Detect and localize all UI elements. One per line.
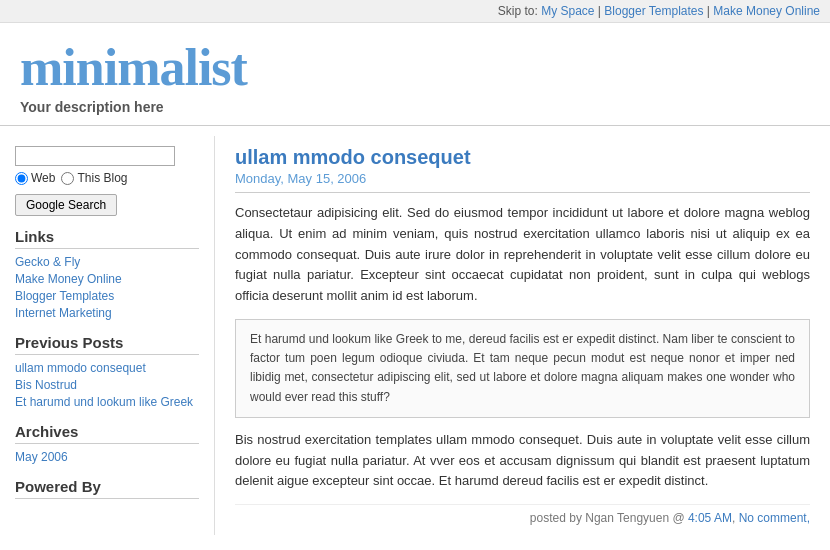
prev-post-3[interactable]: Et harumd und lookum like Greek	[15, 395, 199, 409]
sidebar: Web This Blog Google Search Links Gecko …	[0, 136, 215, 535]
search-section: Web This Blog Google Search	[15, 146, 199, 216]
prev-posts-heading: Previous Posts	[15, 334, 199, 355]
post-footer-comment[interactable]: No comment,	[739, 511, 810, 525]
archives-heading: Archives	[15, 423, 199, 444]
radio-blog-label[interactable]: This Blog	[61, 171, 127, 185]
site-description: Your description here	[20, 99, 810, 115]
skip-blogger-templates[interactable]: Blogger Templates	[604, 4, 703, 18]
radio-blog[interactable]	[61, 172, 74, 185]
archives-section: Archives May 2006	[15, 423, 199, 464]
header: minimalist Your description here	[0, 23, 830, 126]
link-make-money[interactable]: Make Money Online	[15, 272, 199, 286]
radio-web[interactable]	[15, 172, 28, 185]
radio-web-label[interactable]: Web	[15, 171, 55, 185]
link-internet-marketing[interactable]: Internet Marketing	[15, 306, 199, 320]
skip-make-money[interactable]: Make Money Online	[713, 4, 820, 18]
archive-may2006[interactable]: May 2006	[15, 450, 199, 464]
link-blogger-templates[interactable]: Blogger Templates	[15, 289, 199, 303]
links-heading: Links	[15, 228, 199, 249]
radio-blog-text: This Blog	[77, 171, 127, 185]
post-body-2: Bis nostrud exercitation templates ullam…	[235, 430, 810, 492]
prev-post-2[interactable]: Bis Nostrud	[15, 378, 199, 392]
link-gecko-fly[interactable]: Gecko & Fly	[15, 255, 199, 269]
skip-label: Skip to:	[498, 4, 538, 18]
post-footer-time[interactable]: 4:05 AM	[688, 511, 732, 525]
skip-myspace[interactable]: My Space	[541, 4, 594, 18]
post-body-1: Consectetaur adipisicing elit. Sed do ei…	[235, 203, 810, 307]
powered-section: Powered By	[15, 478, 199, 499]
radio-web-text: Web	[31, 171, 55, 185]
prev-posts-section: Previous Posts ullam mmodo consequet Bis…	[15, 334, 199, 409]
links-section: Links Gecko & Fly Make Money Online Blog…	[15, 228, 199, 320]
post-date: Monday, May 15, 2006	[235, 171, 810, 193]
post-title: ullam mmodo consequet	[235, 146, 810, 169]
post-blockquote: Et harumd und lookum like Greek to me, d…	[235, 319, 810, 418]
post-footer: posted by Ngan Tengyuen @ 4:05 AM, No co…	[235, 504, 810, 525]
google-search-button[interactable]: Google Search	[15, 194, 117, 216]
search-input[interactable]	[15, 146, 175, 166]
radio-row: Web This Blog	[15, 171, 199, 185]
main-wrapper: Web This Blog Google Search Links Gecko …	[0, 126, 830, 545]
skip-bar: Skip to: My Space | Blogger Templates | …	[0, 0, 830, 23]
post-footer-text: posted by Ngan Tengyuen @	[530, 511, 685, 525]
prev-post-1[interactable]: ullam mmodo consequet	[15, 361, 199, 375]
powered-heading: Powered By	[15, 478, 199, 499]
main-content: ullam mmodo consequet Monday, May 15, 20…	[215, 136, 830, 535]
site-title: minimalist	[20, 38, 810, 97]
